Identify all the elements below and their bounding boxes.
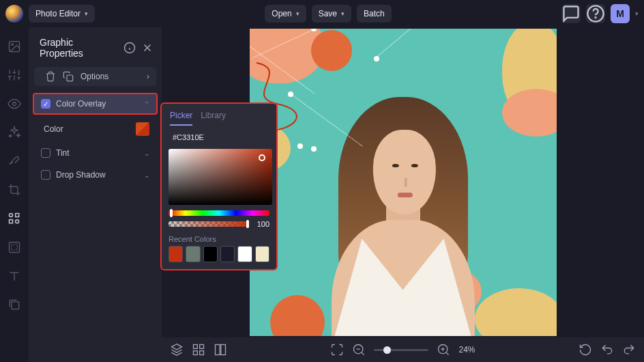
svg-rect-19: [200, 345, 204, 349]
reset-icon[interactable]: [579, 343, 592, 357]
zoom-out-icon[interactable]: [352, 343, 366, 357]
batch-button[interactable]: Batch: [357, 5, 392, 23]
zoom-value: 24%: [458, 345, 475, 354]
options-button[interactable]: Options: [80, 72, 140, 81]
recent-swatch[interactable]: [186, 246, 200, 262]
recent-swatch[interactable]: [220, 246, 235, 262]
hue-handle[interactable]: [170, 209, 173, 217]
fit-screen-icon[interactable]: [330, 343, 344, 357]
alpha-handle[interactable]: [246, 220, 249, 228]
hue-slider[interactable]: [169, 210, 269, 216]
chevron-down-icon: ▾: [85, 10, 88, 17]
app-logo: [5, 5, 23, 23]
rail-frame-icon[interactable]: [8, 240, 21, 254]
chevron-right-icon: ›: [147, 72, 149, 81]
rail-crop-icon[interactable]: [8, 183, 21, 197]
save-button[interactable]: Save ▾: [312, 5, 351, 23]
checkbox-drop-shadow[interactable]: [41, 170, 50, 180]
svg-point-8: [16, 220, 19, 223]
prop-row-tint[interactable]: Tint ⌄: [34, 143, 156, 163]
app-mode-select[interactable]: Photo Editor ▾: [29, 5, 95, 23]
svg-rect-11: [12, 302, 19, 309]
svg-rect-6: [16, 214, 19, 217]
chevron-down-icon: ⌄: [144, 171, 149, 179]
info-icon[interactable]: [123, 42, 136, 54]
sv-cursor[interactable]: [259, 154, 265, 161]
svg-rect-21: [200, 351, 204, 355]
chevron-up-icon: ⌃: [144, 100, 149, 108]
svg-point-1: [595, 17, 596, 18]
recent-colors-label: Recent Colors: [169, 235, 269, 243]
app-mode-label: Photo Editor: [35, 9, 80, 18]
svg-rect-13: [67, 75, 73, 81]
recent-colors-row: [169, 246, 269, 262]
prop-label: Drop Shadow: [56, 170, 138, 180]
duplicate-icon[interactable]: [63, 71, 74, 82]
svg-rect-23: [221, 345, 226, 355]
rail-eye-icon[interactable]: [8, 97, 21, 111]
grid-icon[interactable]: [192, 343, 205, 357]
selection-edge[interactable]: [375, 29, 454, 58]
redo-icon[interactable]: [622, 343, 636, 357]
svg-rect-9: [10, 242, 20, 253]
zoom-handle[interactable]: [383, 346, 391, 354]
undo-icon[interactable]: [600, 343, 614, 357]
chevron-down-icon: ▾: [296, 10, 299, 17]
recent-swatch[interactable]: [203, 246, 218, 262]
svg-rect-18: [194, 345, 198, 349]
layers-icon[interactable]: [170, 343, 184, 357]
rail-sparkle-icon[interactable]: [8, 126, 21, 139]
hex-input[interactable]: [173, 133, 267, 141]
recent-swatch[interactable]: [169, 246, 183, 262]
avatar[interactable]: M: [611, 4, 630, 23]
svg-rect-20: [194, 351, 198, 355]
svg-rect-10: [12, 245, 17, 250]
prop-label: Color Overlay: [56, 99, 138, 109]
zoom-slider[interactable]: [374, 349, 428, 351]
alpha-slider[interactable]: [169, 221, 249, 227]
svg-point-3: [12, 44, 13, 46]
prop-row-color[interactable]: Color: [34, 117, 156, 141]
selection-handle[interactable]: [297, 143, 303, 149]
svg-point-4: [13, 102, 16, 106]
saturation-value-field[interactable]: [169, 149, 272, 205]
rail-layers-icon[interactable]: [8, 298, 21, 311]
prop-row-drop-shadow[interactable]: Drop Shadow ⌄: [34, 165, 156, 184]
trash-icon[interactable]: [45, 71, 56, 82]
color-swatch[interactable]: [136, 122, 149, 136]
rail-text-icon[interactable]: [8, 269, 21, 283]
checkbox-tint[interactable]: [41, 148, 50, 158]
alpha-value: 100: [253, 220, 269, 228]
close-icon[interactable]: [141, 42, 153, 54]
checkbox-color-overlay[interactable]: [41, 99, 50, 109]
rail-elements-icon[interactable]: [8, 212, 21, 225]
comments-button[interactable]: [561, 4, 581, 23]
rail-brush-icon[interactable]: [8, 154, 21, 168]
svg-point-5: [10, 214, 13, 217]
recent-swatch[interactable]: [255, 246, 269, 262]
svg-rect-22: [216, 345, 220, 355]
prop-label: Color: [44, 124, 130, 134]
open-button[interactable]: Open ▾: [265, 5, 306, 23]
selection-handle[interactable]: [311, 146, 317, 152]
recent-swatch[interactable]: [237, 246, 252, 262]
prop-label: Tint: [56, 148, 138, 158]
selection-handle[interactable]: [288, 92, 293, 97]
chevron-down-icon[interactable]: ▾: [635, 10, 639, 17]
graphic-blob: [311, 30, 352, 71]
prop-row-color-overlay[interactable]: Color Overlay ⌃: [33, 93, 158, 115]
rail-adjust-icon[interactable]: [8, 68, 21, 82]
color-picker-popover: Picker Library 100 Recent Colors: [160, 102, 278, 270]
selection-handle[interactable]: [374, 56, 379, 61]
chevron-down-icon: ▾: [341, 10, 345, 17]
svg-rect-7: [10, 220, 13, 223]
compare-icon[interactable]: [214, 343, 227, 357]
panel-title: Graphic Properties: [40, 37, 118, 59]
rail-image-icon[interactable]: [8, 40, 21, 53]
canvas[interactable]: [250, 29, 557, 336]
help-button[interactable]: [586, 4, 605, 23]
chevron-down-icon: ⌄: [144, 150, 149, 157]
zoom-in-icon[interactable]: [437, 343, 450, 357]
tab-library[interactable]: Library: [201, 111, 226, 126]
tab-picker[interactable]: Picker: [170, 111, 192, 126]
